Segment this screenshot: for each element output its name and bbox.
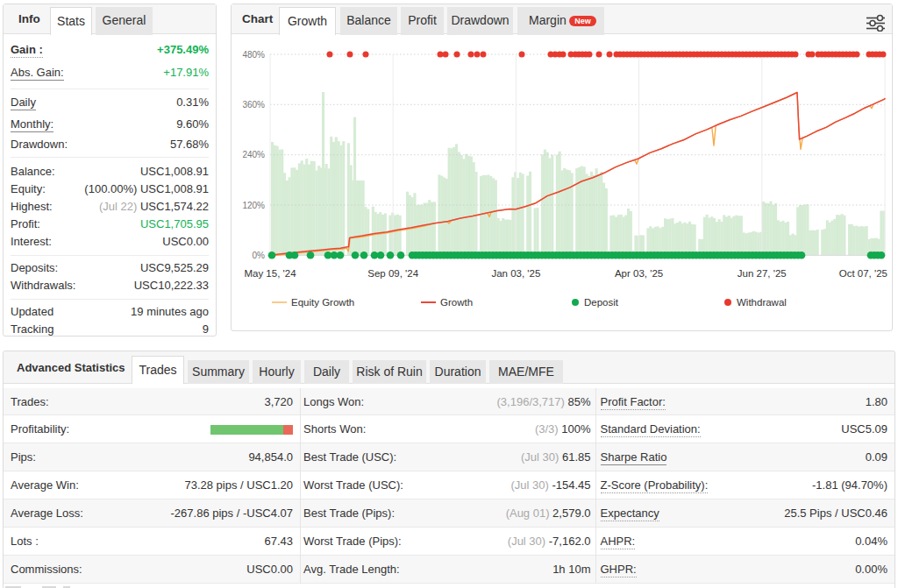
svg-text:Sep 09, '24: Sep 09, '24 bbox=[367, 268, 418, 279]
svg-text:Jan 03, '25: Jan 03, '25 bbox=[491, 268, 540, 279]
svg-text:Oct 07, '25: Oct 07, '25 bbox=[839, 268, 887, 279]
svg-text:May 15, '24: May 15, '24 bbox=[244, 268, 296, 279]
svg-text:120%: 120% bbox=[242, 201, 265, 210]
svg-text:480%: 480% bbox=[242, 50, 265, 60]
svg-text:360%: 360% bbox=[242, 100, 265, 110]
svg-text:Apr 03, '25: Apr 03, '25 bbox=[615, 268, 663, 279]
svg-text:0%: 0% bbox=[253, 251, 266, 260]
svg-text:240%: 240% bbox=[242, 150, 265, 159]
svg-text:Jun 27, '25: Jun 27, '25 bbox=[738, 268, 787, 279]
